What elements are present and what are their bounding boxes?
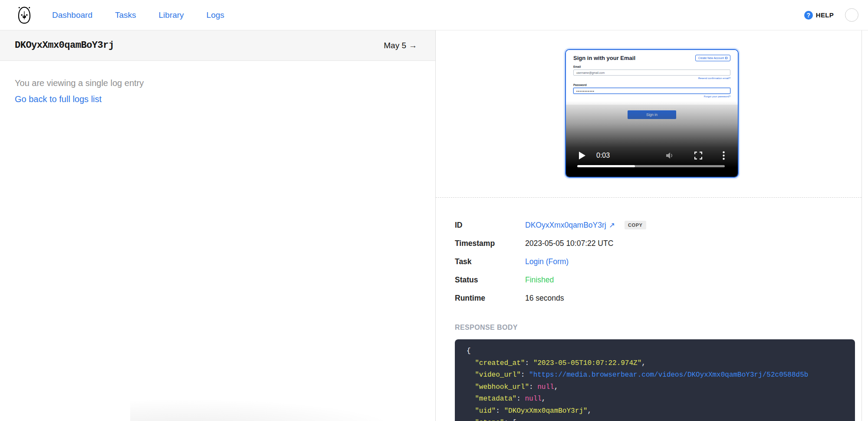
more-options-icon[interactable] (723, 151, 725, 160)
task-link[interactable]: Login (Form) (525, 257, 569, 266)
code-line: "created_at": "2023-05-05T10:07:22.974Z"… (467, 358, 855, 370)
browserbear-logo-icon[interactable] (16, 5, 32, 25)
resend-confirmation-link: Resend confirmation email? (573, 77, 730, 80)
nav-right: ? HELP (804, 8, 858, 22)
detail-row-id: ID DKOyxXmx0qamBoY3rj ↗ COPY (455, 216, 868, 234)
nav-item-library[interactable]: Library (159, 10, 184, 20)
code-line: "webhook_url": null, (467, 381, 855, 394)
detail-row-status: Status Finished (455, 271, 868, 289)
help-button[interactable]: ? HELP (804, 11, 834, 20)
detail-row-task: Task Login (Form) (455, 252, 868, 271)
code-line: "metadata": null, (467, 393, 855, 405)
detail-row-runtime: Runtime 16 seconds (455, 289, 868, 307)
bottom-shadow (130, 391, 435, 421)
code-lines: { "created_at": "2023-05-05T10:07:22.974… (467, 345, 855, 421)
log-left-body: You are viewing a single log entry Go ba… (0, 61, 435, 122)
nav-item-dashboard[interactable]: Dashboard (52, 10, 92, 20)
log-detail-panel: Sign in with your Email Create New Accou… (436, 30, 868, 421)
top-nav: Dashboard Tasks Library Logs ? HELP (0, 0, 868, 30)
video-controls: 0:03 (566, 151, 738, 160)
recorded-signin-form: Sign in with your Email Create New Accou… (566, 50, 738, 105)
detail-label: Status (455, 275, 525, 285)
video-timestamp: 0:03 (596, 152, 610, 159)
video-progress-bar[interactable] (577, 165, 725, 167)
video-progress-fill (577, 165, 635, 167)
email-label: Email (573, 65, 730, 68)
arrow-right-icon: → (409, 41, 417, 50)
detail-row-timestamp: Timestamp 2023-05-05 10:07:22 UTC (455, 234, 868, 252)
timestamp-value: 2023-05-05 10:07:22 UTC (525, 239, 613, 248)
log-id-link[interactable]: DKOyxXmx0qamBoY3rj (525, 221, 606, 230)
log-date-label: May 5 (384, 41, 406, 50)
log-date-link[interactable]: May 5 → (384, 41, 417, 50)
back-to-logs-link[interactable]: Go back to full logs list (15, 94, 102, 104)
volume-icon[interactable] (665, 152, 674, 159)
log-left-panel: DKOyxXmx0qamBoY3rj May 5 → You are viewi… (0, 30, 436, 421)
code-line: "uid": "DKOyxXmx0qamBoY3rj", (467, 405, 855, 418)
fullscreen-icon[interactable] (694, 152, 702, 159)
user-avatar[interactable] (845, 8, 858, 22)
response-body-code: { "created_at": "2023-05-05T10:07:22.974… (455, 339, 855, 421)
detail-label: Runtime (455, 294, 525, 303)
code-line: { (467, 345, 855, 358)
copy-button[interactable]: COPY (625, 221, 646, 229)
code-line: "steps": [ (467, 417, 855, 421)
log-header-bar: DKOyxXmx0qamBoY3rj May 5 → (0, 30, 435, 61)
help-question-icon: ? (804, 11, 813, 20)
detail-label: Timestamp (455, 239, 525, 248)
detail-label: Task (455, 257, 525, 266)
forgot-password-link: Forgot your password? (573, 95, 730, 98)
log-details: ID DKOyxXmx0qamBoY3rj ↗ COPY Timestamp 2… (436, 198, 868, 307)
form-title: Sign in with your Email (573, 55, 635, 61)
response-body-heading: RESPONSE BODY (455, 324, 868, 331)
log-id-title: DKOyxXmx0qamBoY3rj (15, 40, 114, 51)
external-arrow-icon: ↗ (609, 221, 615, 230)
nav-item-logs[interactable]: Logs (207, 10, 224, 20)
email-field: username@gmail.com (573, 70, 730, 76)
video-url-link[interactable]: "https://media.browserbear.com/videos/DK… (529, 371, 808, 379)
runtime-value: 16 seconds (525, 294, 564, 303)
code-line: "video_url": "https://media.browserbear.… (467, 369, 855, 381)
main-content: DKOyxXmx0qamBoY3rj May 5 → You are viewi… (0, 30, 868, 421)
video-section: Sign in with your Email Create New Accou… (436, 30, 868, 198)
password-label: Password (573, 83, 730, 86)
status-badge: Finished (525, 275, 554, 285)
external-link-icon (725, 57, 727, 59)
password-field: ••••••••••• (573, 88, 730, 94)
detail-label: ID (455, 221, 525, 230)
nav-item-tasks[interactable]: Tasks (115, 10, 136, 20)
video-player[interactable]: Sign in with your Email Create New Accou… (565, 49, 739, 178)
create-account-button: Create New Account (695, 55, 730, 61)
play-icon[interactable] (579, 152, 585, 159)
help-label: HELP (816, 11, 834, 19)
nav-links: Dashboard Tasks Library Logs (52, 10, 224, 20)
single-entry-message: You are viewing a single log entry (15, 78, 421, 88)
scrollbar-track[interactable] (861, 30, 868, 421)
